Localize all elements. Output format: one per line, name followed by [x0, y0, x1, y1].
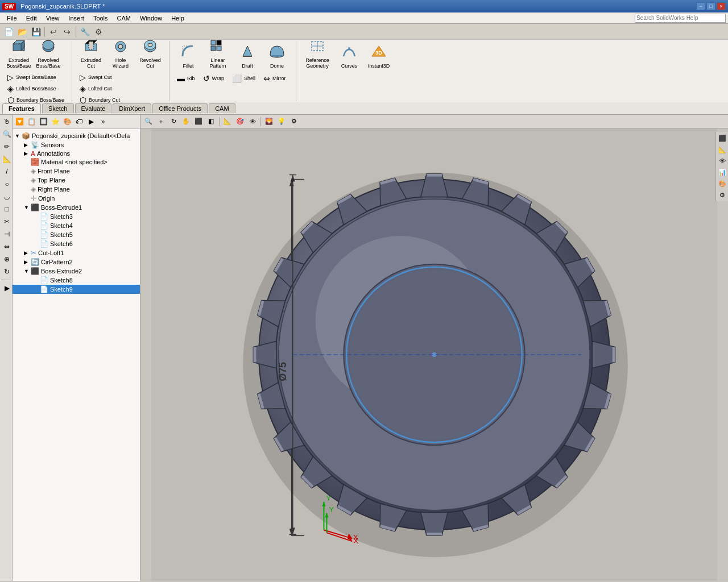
left-icon-trim[interactable]: ✂	[1, 216, 13, 227]
dome-button[interactable]: Dome	[263, 41, 291, 70]
vp-pan[interactable]: ✋	[180, 117, 192, 127]
menu-file[interactable]: File	[2, 14, 22, 23]
options-btn[interactable]: ⚙	[92, 26, 105, 38]
tree-item-top-plane[interactable]: ◈ Top Plane	[13, 176, 140, 185]
menu-cam[interactable]: CAM	[113, 14, 135, 23]
cut-loft1-arrow[interactable]: ▶	[24, 250, 31, 256]
tree-item-root[interactable]: ▼ 📦 Pogonski_zupcanik (Default<<Defa	[13, 131, 140, 140]
undo-btn[interactable]: ↩	[47, 26, 60, 38]
revolved-boss-base-button[interactable]: RevolvedBoss/Base	[34, 41, 63, 70]
tab-sketch[interactable]: Sketch	[42, 103, 74, 113]
left-icon-convert[interactable]: ↻	[1, 266, 13, 277]
left-icon-mirror[interactable]: ⇔	[1, 241, 13, 252]
vp-scene[interactable]: 🌄	[263, 117, 275, 127]
hole-wizard-button[interactable]: HoleWizard	[106, 41, 135, 70]
linear-pattern-button[interactable]: LinearPattern	[204, 41, 232, 70]
boss-extrude2-arrow[interactable]: ▼	[24, 268, 31, 274]
panel-btn-tag[interactable]: 🏷	[73, 116, 85, 127]
tab-office-products[interactable]: Office Products	[152, 103, 208, 113]
vp-settings[interactable]: ⚙	[288, 117, 300, 127]
right-icon-5[interactable]: 🎨	[717, 178, 727, 189]
minimize-button[interactable]: −	[696, 2, 705, 10]
redo-btn[interactable]: ↪	[61, 26, 73, 38]
mirror-button[interactable]: ⇔ Mirror	[260, 73, 289, 84]
vp-rotate[interactable]: ↻	[168, 117, 179, 127]
tree-item-sketch6[interactable]: 📄 Sketch6	[13, 239, 140, 248]
revolved-cut-button[interactable]: RevolvedCut	[136, 41, 164, 70]
maximize-button[interactable]: □	[706, 2, 715, 10]
menu-window[interactable]: Window	[135, 14, 167, 23]
right-icon-4[interactable]: 📊	[717, 167, 727, 177]
vp-ambient[interactable]: 💡	[276, 117, 287, 127]
left-icon-rect[interactable]: □	[1, 203, 13, 215]
panel-btn-color[interactable]: 🎨	[61, 116, 73, 127]
vp-zoom-in[interactable]: +	[155, 117, 167, 127]
tree-item-cut-loft1[interactable]: ▶ ✂ Cut-Loft1	[13, 248, 140, 257]
swept-cut-button[interactable]: ▷ Swept Cut	[77, 72, 123, 83]
left-icon-offset[interactable]: ⊕	[1, 253, 13, 265]
instant3d-button[interactable]: 3D Instant3D	[365, 41, 393, 70]
curves-button[interactable]: Curves	[335, 41, 363, 70]
shell-button[interactable]: ⬜ Shell	[229, 73, 258, 84]
extruded-cut-button[interactable]: ExtrudedCut	[77, 41, 105, 70]
panel-btn-play[interactable]: ▶	[85, 116, 97, 127]
fillet-button[interactable]: Fillet	[174, 41, 202, 70]
tree-item-boss-extrude1[interactable]: ▼ ⬛ Boss-Extrude1	[13, 203, 140, 212]
lofted-boss-base-button[interactable]: ◈ Lofted Boss/Base	[5, 83, 67, 94]
vp-display-style[interactable]: ⬛	[193, 117, 204, 127]
boss-extrude1-arrow[interactable]: ▼	[24, 205, 31, 210]
tab-cam[interactable]: CAM	[209, 103, 235, 113]
viewport[interactable]: 🔍 + ↻ ✋ ⬛ ◧ 📐 🎯 👁 🌄 💡 ⚙	[140, 115, 728, 581]
tree-item-sketch4[interactable]: 📄 Sketch4	[13, 221, 140, 230]
menu-insert[interactable]: Insert	[64, 14, 89, 23]
menu-view[interactable]: View	[42, 14, 64, 23]
left-icon-arc[interactable]: ◡	[1, 191, 13, 202]
tab-evaluate[interactable]: Evaluate	[75, 103, 112, 113]
tree-item-origin[interactable]: ✛ Origin	[13, 194, 140, 203]
panel-btn-expand[interactable]: 🔲	[38, 116, 49, 127]
right-icon-1[interactable]: ⬛	[717, 133, 727, 143]
open-btn[interactable]: 📂	[16, 26, 28, 38]
lofted-cut-button[interactable]: ◈ Lofted Cut	[77, 83, 123, 94]
rib-button[interactable]: ▬ Rib	[174, 73, 198, 84]
new-btn[interactable]: 📄	[2, 26, 15, 38]
close-button[interactable]: ×	[717, 2, 726, 10]
material-arrow[interactable]	[24, 159, 31, 165]
reference-geometry-button[interactable]: ReferenceGeometry	[301, 41, 334, 70]
vp-view-orientation[interactable]: 📐	[222, 117, 233, 127]
right-icon-2[interactable]: 📐	[717, 144, 727, 155]
vp-zoom-fit[interactable]: 🔍	[143, 117, 154, 127]
left-icon-sketch[interactable]: ✏	[1, 141, 13, 152]
vp-3d-perspective[interactable]: 🎯	[234, 117, 246, 127]
tree-item-right-plane[interactable]: ◈ Right Plane	[13, 185, 140, 194]
panel-btn-star[interactable]: ⭐	[49, 116, 61, 127]
menu-tools[interactable]: Tools	[89, 14, 113, 23]
tab-features[interactable]: Features	[2, 103, 41, 114]
tree-item-boss-extrude2[interactable]: ▼ ⬛ Boss-Extrude2	[13, 267, 140, 276]
cirpattern2-arrow[interactable]: ▶	[24, 259, 31, 265]
vp-hide-lines[interactable]: 👁	[247, 117, 258, 127]
panel-btn-more[interactable]: »	[97, 116, 109, 127]
rebuild-btn[interactable]: 🔧	[78, 26, 91, 38]
gear-viewport[interactable]: Ø75 Y X Ø75YX	[140, 128, 728, 581]
tree-item-sketch8[interactable]: 📄 Sketch8	[13, 276, 140, 285]
search-input[interactable]	[635, 14, 726, 23]
menu-help[interactable]: Help	[167, 14, 189, 23]
save-btn[interactable]: 💾	[30, 26, 42, 38]
tree-item-material[interactable]: 🧱 Material <not specified>	[13, 157, 140, 167]
left-icon-select[interactable]: 🖱	[1, 116, 13, 127]
wrap-button[interactable]: ↺ Wrap	[200, 73, 227, 84]
draft-button[interactable]: Draft	[233, 41, 262, 70]
root-arrow[interactable]: ▼	[15, 133, 22, 139]
tree-item-cirpattern2[interactable]: ▶ 🔄 CirPattern2	[13, 257, 140, 267]
swept-boss-base-button[interactable]: ▷ Swept Boss/Base	[5, 72, 67, 83]
left-icon-circle[interactable]: ○	[1, 178, 13, 190]
tab-dimxpert[interactable]: DimXpert	[113, 103, 151, 113]
left-icon-smart-dim[interactable]: 📐	[1, 153, 13, 165]
menu-edit[interactable]: Edit	[22, 14, 42, 23]
left-icon-zoom-fit[interactable]: 🔍	[1, 128, 13, 140]
tree-item-front-plane[interactable]: ◈ Front Plane	[13, 167, 140, 176]
right-icon-6[interactable]: ⚙	[717, 190, 727, 200]
vp-section[interactable]: ◧	[205, 117, 217, 127]
tree-item-sketch5[interactable]: 📄 Sketch5	[13, 230, 140, 239]
